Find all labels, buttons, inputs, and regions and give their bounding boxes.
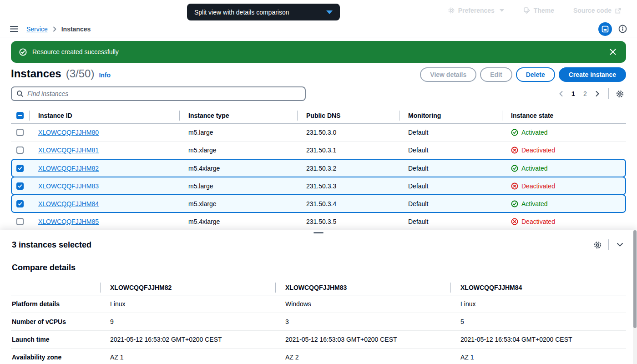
column-header-instance-id[interactable]: Instance ID bbox=[29, 107, 179, 123]
instance-type-cell: m5.xlarge bbox=[179, 147, 297, 154]
search-box bbox=[11, 86, 306, 101]
preferences-label: Preferences bbox=[458, 7, 495, 14]
column-header-monitoring[interactable]: Monitoring bbox=[399, 107, 502, 123]
divider bbox=[608, 88, 609, 99]
status-label: Deactivated bbox=[521, 218, 555, 225]
table-preferences-gear-icon[interactable] bbox=[613, 87, 626, 100]
next-page-icon[interactable] bbox=[591, 87, 604, 100]
breadcrumb: Service Instances bbox=[26, 25, 91, 33]
compare-header-instance-3: XLOWCQQFJJHM84 bbox=[450, 280, 626, 295]
instance-type-cell: m5.4xlarge bbox=[180, 165, 298, 172]
instance-type-cell: m5.large bbox=[180, 182, 298, 190]
status-activated-icon bbox=[511, 200, 518, 207]
previous-page-icon[interactable] bbox=[555, 87, 567, 100]
status-label: Activated bbox=[521, 165, 548, 172]
status-badge: Activated bbox=[511, 165, 548, 172]
status-deactivated-icon bbox=[511, 147, 518, 154]
instance-id-link[interactable]: XLOWCQQFJJHM82 bbox=[38, 165, 99, 172]
info-icon[interactable] bbox=[618, 25, 627, 33]
compare-row-label: Platform details bbox=[11, 300, 100, 308]
view-select-dropdown[interactable]: Split view with details comparison bbox=[187, 4, 340, 20]
instance-id-link[interactable]: XLOWCQQFJJHM85 bbox=[38, 218, 99, 225]
info-link[interactable]: Info bbox=[99, 71, 111, 79]
breadcrumb-bar: Service Instances bbox=[0, 21, 637, 37]
compare-value: Linux bbox=[450, 300, 626, 308]
page-number-1[interactable]: 1 bbox=[567, 90, 579, 97]
column-header-instance-state[interactable]: Instance state bbox=[502, 107, 626, 123]
row-checkbox[interactable] bbox=[16, 182, 24, 190]
chevron-down-icon bbox=[500, 9, 504, 12]
search-input[interactable] bbox=[27, 90, 300, 97]
instance-id-link[interactable]: XLOWCQQFJJHM81 bbox=[38, 147, 99, 154]
hamburger-menu-icon[interactable] bbox=[10, 25, 18, 32]
table-body: XLOWCQQFJJHM80m5.large231.50.3.0DefaultA… bbox=[11, 124, 626, 231]
instance-id-link[interactable]: XLOWCQQFJJHM80 bbox=[38, 129, 99, 136]
instance-type-cell: m5.large bbox=[179, 129, 297, 136]
instance-id-link[interactable]: XLOWCQQFJJHM83 bbox=[38, 182, 99, 190]
scrollbar[interactable] bbox=[633, 230, 637, 364]
status-activated-icon bbox=[511, 129, 518, 136]
compare-header-instance-2: XLOWCQQFJJHM83 bbox=[275, 280, 450, 295]
column-header-public-dns[interactable]: Public DNS bbox=[297, 107, 399, 123]
preferences-button[interactable]: Preferences bbox=[448, 7, 504, 14]
monitoring-cell: Default bbox=[399, 218, 502, 225]
row-checkbox[interactable] bbox=[16, 218, 24, 225]
chevron-right-icon bbox=[52, 26, 57, 32]
delete-button[interactable]: Delete bbox=[516, 67, 555, 82]
row-checkbox[interactable] bbox=[16, 165, 24, 172]
instance-type-cell: m5.4xlarge bbox=[179, 218, 297, 225]
row-checkbox[interactable] bbox=[16, 129, 24, 136]
external-link-icon bbox=[615, 7, 622, 14]
row-checkbox[interactable] bbox=[16, 147, 24, 154]
table-row[interactable]: XLOWCQQFJJHM85m5.4xlarge231.50.3.5Defaul… bbox=[11, 213, 626, 231]
breadcrumb-link-service[interactable]: Service bbox=[26, 25, 48, 33]
split-panel-toggle-button[interactable] bbox=[598, 22, 612, 36]
theme-button[interactable]: Theme bbox=[523, 7, 554, 14]
monitoring-cell: Default bbox=[400, 165, 503, 172]
column-header-instance-type[interactable]: Instance type bbox=[179, 107, 297, 123]
split-panel-preferences-gear-icon[interactable] bbox=[591, 238, 604, 251]
compare-table: XLOWCQQFJJHM82 XLOWCQQFJJHM83 XLOWCQQFJJ… bbox=[11, 280, 626, 364]
select-all-checkbox[interactable] bbox=[16, 112, 24, 119]
compare-value: AZ 2 bbox=[275, 354, 450, 361]
scrollbar-thumb[interactable] bbox=[633, 230, 637, 328]
table-row[interactable]: XLOWCQQFJJHM84m5.xlarge231.50.3.4Default… bbox=[11, 194, 626, 213]
status-badge: Deactivated bbox=[511, 218, 555, 225]
page-header: Instances (3/50) Info View details Edit … bbox=[11, 67, 626, 82]
compare-row: Platform detailsLinuxWindowsLinux bbox=[11, 295, 626, 313]
gear-icon bbox=[448, 7, 455, 14]
flash-close-icon[interactable] bbox=[608, 47, 618, 57]
table-row[interactable]: XLOWCQQFJJHM82m5.4xlarge231.50.3.2Defaul… bbox=[11, 159, 626, 177]
flash-success: Resource created successfully bbox=[11, 41, 626, 63]
theme-label: Theme bbox=[534, 7, 554, 14]
instance-id-link[interactable]: XLOWCQQFJJHM84 bbox=[38, 200, 99, 207]
resource-counter: (3/50) bbox=[66, 67, 95, 80]
row-checkbox[interactable] bbox=[16, 200, 24, 207]
public-dns-cell: 231.50.3.4 bbox=[298, 200, 400, 207]
source-code-link[interactable]: Source code bbox=[573, 7, 622, 14]
table-row[interactable]: XLOWCQQFJJHM80m5.large231.50.3.0DefaultA… bbox=[11, 124, 626, 142]
table-row[interactable]: XLOWCQQFJJHM83m5.large231.50.3.3DefaultD… bbox=[11, 177, 626, 195]
table-toolbar: 1 2 bbox=[11, 86, 626, 101]
instances-table: Instance ID Instance type Public DNS Mon… bbox=[11, 107, 626, 231]
compare-row: Availability zoneAZ 1AZ 2AZ 1 bbox=[11, 349, 626, 364]
divider bbox=[608, 239, 609, 250]
split-panel-collapse-chevron-icon[interactable] bbox=[613, 238, 626, 251]
status-label: Activated bbox=[521, 200, 548, 207]
compare-row-label: Number of vCPUs bbox=[11, 318, 100, 325]
split-panel-title: 3 instances selected bbox=[12, 240, 91, 250]
status-label: Deactivated bbox=[521, 182, 555, 190]
flash-message: Resource created successfully bbox=[32, 48, 119, 56]
public-dns-cell: 231.50.3.0 bbox=[297, 129, 399, 136]
status-label: Activated bbox=[521, 129, 548, 136]
table-row[interactable]: XLOWCQQFJJHM81m5.xlarge231.50.3.1Default… bbox=[11, 142, 626, 159]
split-panel-drag-handle[interactable] bbox=[313, 232, 324, 233]
compare-header-empty bbox=[11, 280, 100, 295]
compare-value: 9 bbox=[100, 318, 275, 325]
create-instance-button[interactable]: Create instance bbox=[559, 67, 626, 82]
status-deactivated-icon bbox=[511, 182, 518, 190]
page-number-2[interactable]: 2 bbox=[579, 90, 591, 97]
public-dns-cell: 231.50.3.3 bbox=[298, 182, 400, 190]
view-details-button[interactable]: View details bbox=[420, 67, 476, 82]
edit-button[interactable]: Edit bbox=[480, 67, 512, 82]
